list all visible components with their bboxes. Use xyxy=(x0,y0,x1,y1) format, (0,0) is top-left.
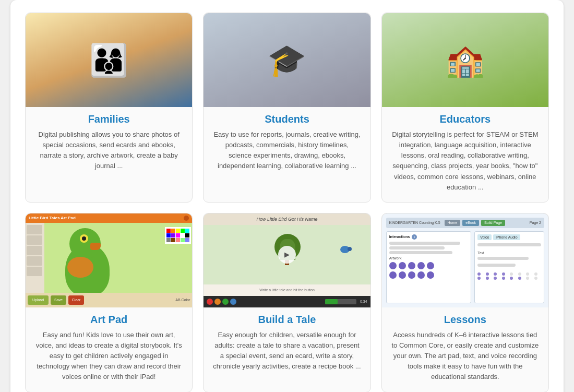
dots-grid-right xyxy=(477,272,541,280)
students-photo xyxy=(204,13,370,107)
card-description-lessons: Access hundreds of K–6 interactive lesso… xyxy=(382,330,548,383)
artpad-app-title: Little Bird Tales Art Pad xyxy=(29,216,76,220)
card-description-students: Easy to use for reports, journals, creat… xyxy=(204,129,370,172)
card-title-educators: Educators xyxy=(432,113,498,125)
card-buildtale[interactable]: How Little Bird Got His Name xyxy=(203,213,370,392)
lessons-right-panel: Voice iPhone Audio Text xyxy=(474,231,544,303)
dots-row-2 xyxy=(389,271,469,279)
lsn-ebook-btn: eBook xyxy=(462,220,479,226)
card-description-buildtale: Easy enough for children, versatile enou… xyxy=(204,330,370,372)
card-description-educators: Digital storytelling is perfect for STEA… xyxy=(382,129,548,193)
families-photo xyxy=(26,13,192,107)
card-artpad[interactable]: Little Bird Tales Art Pad xyxy=(25,213,193,392)
buildtale-scene: ▶ xyxy=(204,225,370,284)
buildtale-title: How Little Bird Got His Name xyxy=(256,217,317,222)
artpad-bottom-bar: Upload Save Clear AB Color xyxy=(26,293,192,307)
lsn-build-btn: Build Page xyxy=(481,220,505,226)
card-title-families: Families xyxy=(81,113,137,125)
card-lessons[interactable]: KINDERGARTEN Counting K.5 Home eBook Bui… xyxy=(381,213,549,392)
lessons-left-panel: Interactions i Artwork xyxy=(386,231,472,303)
artpad-canvas xyxy=(44,223,192,293)
card-image-educators xyxy=(382,13,548,107)
buildtale-controls: 0:34 xyxy=(204,296,370,307)
dots-row-1 xyxy=(389,262,469,269)
lsn-home-btn: Home xyxy=(445,220,461,226)
lessons-screenshot: KINDERGARTEN Counting K.5 Home eBook Bui… xyxy=(382,213,548,307)
card-description-artpad: Easy and fun! Kids love to use their own… xyxy=(26,330,192,383)
card-families[interactable]: Families Digital publishing allows you t… xyxy=(25,13,193,203)
lessons-toolbar: KINDERGARTEN Counting K.5 Home eBook Bui… xyxy=(386,218,544,228)
card-students[interactable]: Students Easy to use for reports, journa… xyxy=(203,13,370,203)
card-image-lessons: KINDERGARTEN Counting K.5 Home eBook Bui… xyxy=(382,213,548,307)
buildtale-screenshot: How Little Bird Got His Name xyxy=(204,213,370,307)
card-description-families: Digital publishing allows you to share p… xyxy=(26,129,192,172)
buildtale-caption: Write a little tale and hit the button xyxy=(259,288,315,292)
educators-photo xyxy=(382,13,548,107)
main-container: Families Digital publishing allows you t… xyxy=(10,0,564,392)
color-palette xyxy=(165,227,191,244)
card-educators[interactable]: Educators Digital storytelling is perfec… xyxy=(381,13,549,203)
card-image-students xyxy=(204,13,370,107)
lessons-content: Interactions i Artwork xyxy=(386,231,544,303)
card-title-buildtale: Build a Tale xyxy=(251,314,324,326)
lessons-tabs: Voice iPhone Audio xyxy=(477,234,541,240)
card-title-artpad: Art Pad xyxy=(83,314,135,326)
card-image-artpad: Little Bird Tales Art Pad xyxy=(26,213,192,307)
card-image-buildtale: How Little Bird Got His Name xyxy=(204,213,370,307)
play-button[interactable]: ▶ xyxy=(278,246,296,264)
buildtale-bird xyxy=(340,246,350,253)
artpad-screenshot: Little Bird Tales Art Pad xyxy=(26,213,192,307)
cards-grid: Families Digital publishing allows you t… xyxy=(25,13,549,392)
card-image-families xyxy=(26,13,192,107)
card-title-students: Students xyxy=(257,113,317,125)
card-title-lessons: Lessons xyxy=(437,314,494,326)
